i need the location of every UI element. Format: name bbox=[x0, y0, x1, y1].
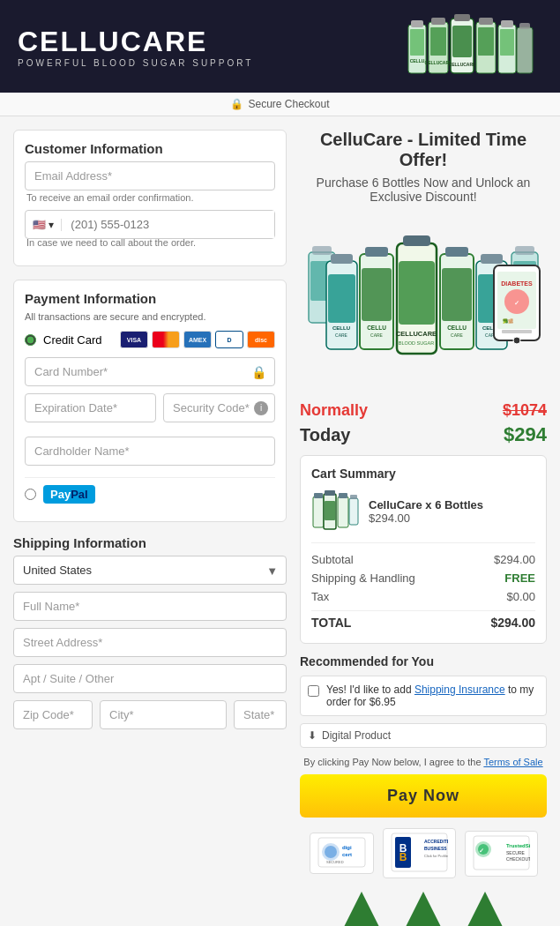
arrows-row bbox=[300, 892, 547, 926]
svg-rect-10 bbox=[452, 26, 472, 57]
insurance-label-text: Yes! I'd like to add bbox=[326, 683, 414, 696]
svg-text:CHECKOUT: CHECKOUT bbox=[506, 856, 530, 862]
svg-rect-14 bbox=[478, 27, 494, 56]
offer-subtitle: Purchase 6 Bottles Now and Unlock an Exc… bbox=[300, 175, 547, 204]
svg-text:CELLU: CELLU bbox=[409, 58, 424, 63]
svg-rect-38 bbox=[399, 261, 435, 325]
cart-item-bottles-svg bbox=[311, 489, 360, 534]
svg-rect-13 bbox=[479, 18, 493, 25]
customer-info-title: Customer Information bbox=[25, 141, 275, 156]
product-bottles-header: CELLU CELLUCARE CELLUCARE bbox=[404, 11, 541, 82]
trustedsite-badge: ✓ TrustedSite SECURE CHECKOUT bbox=[465, 831, 538, 877]
svg-text:✓: ✓ bbox=[514, 300, 519, 306]
country-select[interactable]: United States Canada United Kingdom Aust… bbox=[13, 556, 287, 585]
full-name-field[interactable] bbox=[13, 592, 287, 621]
cart-totals: Subtotal $294.00 Shipping & Handling FRE… bbox=[311, 542, 535, 632]
insurance-label: Yes! I'd like to add Shipping Insurance … bbox=[326, 683, 539, 708]
svg-point-58 bbox=[513, 337, 520, 344]
tax-row: Tax $0.00 bbox=[311, 587, 535, 606]
product-image-area: CELLU CARE CELLU CARE CELLUCARE BLOOD SU… bbox=[300, 214, 547, 391]
svg-text:Click for Profile: Click for Profile bbox=[424, 854, 448, 858]
security-info-icon[interactable]: i bbox=[254, 401, 268, 415]
today-price: $294 bbox=[504, 423, 547, 446]
insurance-checkbox-row: Yes! I'd like to add Shipping Insurance … bbox=[300, 676, 547, 716]
svg-text:CARE: CARE bbox=[451, 332, 464, 338]
svg-rect-6 bbox=[430, 27, 446, 56]
svg-rect-9 bbox=[454, 14, 470, 21]
product-bottles-main: CELLU CARE CELLU CARE CELLUCARE BLOOD SU… bbox=[300, 217, 547, 389]
amex-icon: AMEX bbox=[183, 331, 212, 348]
zip-city-state-row bbox=[13, 700, 287, 729]
credit-card-label[interactable]: Credit Card bbox=[43, 333, 101, 347]
subtotal-row: Subtotal $294.00 bbox=[311, 550, 535, 569]
svg-rect-21 bbox=[312, 246, 332, 255]
paypal-radio[interactable] bbox=[25, 489, 36, 500]
svg-rect-57 bbox=[502, 330, 532, 333]
svg-rect-27 bbox=[331, 254, 353, 264]
svg-text:CELLUCARE: CELLUCARE bbox=[396, 330, 437, 338]
cardholder-name-field[interactable] bbox=[25, 437, 275, 466]
svg-text:BLOOD SUGAR: BLOOD SUGAR bbox=[399, 340, 434, 346]
credit-card-radio[interactable] bbox=[25, 334, 36, 346]
bbb-logo-svg: B B ACCREDITED BUSINESS Click for Profil… bbox=[391, 833, 448, 872]
today-label: Today bbox=[300, 425, 350, 445]
tax-value: $0.00 bbox=[506, 590, 535, 603]
card-number-field[interactable] bbox=[25, 357, 275, 386]
payment-card-icons: VISA AMEX D disc bbox=[120, 331, 275, 348]
mastercard-icon bbox=[152, 331, 180, 348]
download-icon: ⬇ bbox=[308, 729, 317, 742]
email-hint: To receive an email order confirmation. bbox=[25, 192, 275, 203]
terms-prefix: By clicking Pay Now below, I agree to th… bbox=[303, 757, 483, 767]
customer-info-section: Customer Information To receive an email… bbox=[13, 130, 287, 266]
header-product-image: CELLU CELLUCARE CELLUCARE bbox=[401, 9, 542, 84]
zip-code-field[interactable] bbox=[13, 700, 93, 729]
svg-text:CARE: CARE bbox=[370, 332, 384, 338]
insurance-link[interactable]: Shipping Insurance bbox=[414, 683, 505, 696]
subtotal-value: $294.00 bbox=[494, 553, 535, 566]
svg-text:CELLU: CELLU bbox=[332, 325, 350, 331]
security-wrapper: i bbox=[163, 393, 275, 422]
trustedsite-logo-svg: ✓ TrustedSite SECURE CHECKOUT bbox=[473, 835, 530, 870]
phone-wrapper: 🇺🇸 ▾ bbox=[25, 210, 275, 239]
state-field[interactable] bbox=[234, 700, 287, 729]
main-layout: Customer Information To receive an email… bbox=[0, 116, 560, 926]
svg-rect-24 bbox=[515, 246, 534, 255]
expiry-field[interactable] bbox=[25, 393, 156, 422]
insurance-checkbox[interactable] bbox=[308, 685, 319, 697]
total-value: $294.00 bbox=[490, 616, 535, 630]
normally-label: Normally bbox=[300, 401, 368, 420]
svg-rect-19 bbox=[519, 23, 530, 29]
phone-field[interactable] bbox=[62, 211, 274, 238]
city-field[interactable] bbox=[100, 700, 227, 729]
svg-rect-62 bbox=[325, 490, 335, 496]
svg-text:✓: ✓ bbox=[479, 848, 484, 854]
svg-rect-28 bbox=[328, 274, 355, 323]
svg-rect-64 bbox=[338, 497, 348, 527]
apt-suite-field[interactable] bbox=[13, 664, 287, 693]
cart-item-price: $294.00 bbox=[369, 512, 483, 525]
cart-item-name: CelluCare x 6 Bottles bbox=[369, 498, 483, 512]
email-field[interactable] bbox=[25, 161, 275, 190]
secure-checkout-bar: 🔒 Secure Checkout bbox=[0, 93, 560, 116]
svg-text:DIABETES: DIABETES bbox=[501, 280, 533, 287]
svg-text:TrustedSite: TrustedSite bbox=[506, 843, 530, 848]
street-address-field[interactable] bbox=[13, 628, 287, 657]
right-column: CelluCare - Limited Time Offer! Purchase… bbox=[287, 130, 547, 926]
svg-text:CELLUCARE: CELLUCARE bbox=[448, 62, 475, 67]
page-header: CELLUCARE POWERFUL BLOOD SUGAR SUPPORT C… bbox=[0, 0, 560, 93]
shipping-label: Shipping & Handling bbox=[311, 571, 415, 585]
total-row: TOTAL $294.00 bbox=[311, 610, 535, 632]
svg-text:ACCREDITED: ACCREDITED bbox=[424, 839, 448, 844]
digital-product-label: Digital Product bbox=[322, 729, 391, 742]
cart-item-details: CelluCare x 6 Bottles $294.00 bbox=[369, 498, 483, 525]
pay-now-button[interactable]: Pay Now bbox=[300, 774, 547, 818]
payment-title: Payment Information bbox=[25, 291, 275, 306]
secure-checkout-text: Secure Checkout bbox=[248, 98, 329, 110]
terms-link[interactable]: Terms of Sale bbox=[483, 757, 542, 767]
visa-icon: VISA bbox=[120, 331, 148, 348]
shipping-title: Shipping Information bbox=[13, 535, 287, 550]
svg-rect-42 bbox=[445, 247, 468, 257]
svg-rect-65 bbox=[339, 493, 347, 498]
shipping-value: FREE bbox=[504, 571, 535, 585]
recommended-title: Recommended for You bbox=[300, 654, 547, 668]
